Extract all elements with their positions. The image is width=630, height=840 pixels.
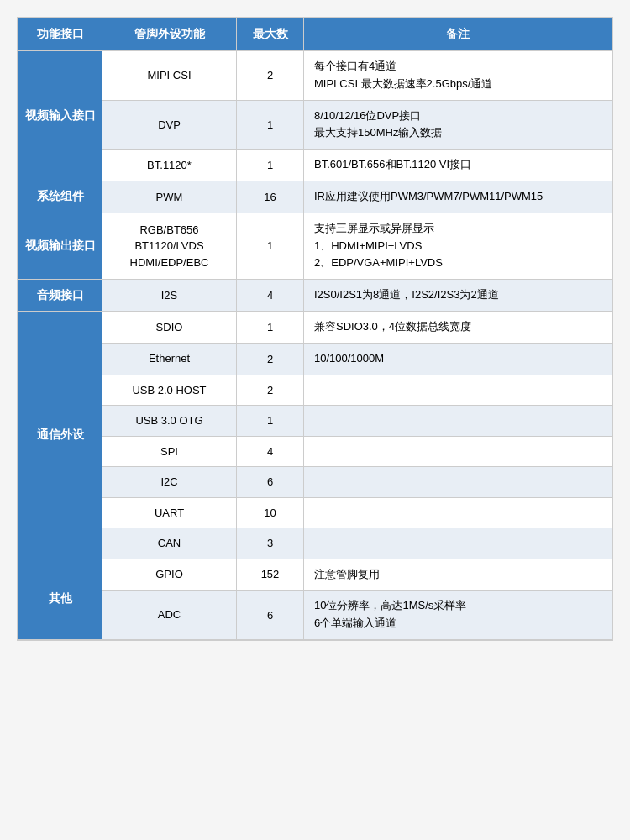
header-note: 备注 xyxy=(304,18,612,51)
table-row: I2C6 xyxy=(18,467,612,498)
category-cell: 通信外设 xyxy=(18,311,102,559)
function-cell: I2S xyxy=(102,280,237,312)
note-cell: BT.601/BT.656和BT.1120 VI接口 xyxy=(304,150,612,181)
max-cell: 1 xyxy=(237,100,304,150)
function-cell: Ethernet xyxy=(102,343,237,375)
note-cell: 每个接口有4通道MIPI CSI 最大数据速率2.5Gbps/通道 xyxy=(304,51,612,101)
table-row: Ethernet210/100/1000M xyxy=(18,343,612,375)
table-row: 通信外设SDIO1兼容SDIO3.0，4位数据总线宽度 xyxy=(18,311,612,343)
function-cell: BT.1120* xyxy=(102,150,237,181)
note-cell: 注意管脚复用 xyxy=(304,559,612,591)
function-cell: UART xyxy=(102,497,237,528)
max-cell: 10 xyxy=(237,497,304,528)
note-cell xyxy=(304,436,612,467)
function-cell: USB 2.0 HOST xyxy=(102,375,237,406)
note-cell xyxy=(304,528,612,559)
category-cell: 其他 xyxy=(18,559,102,639)
header-category: 功能接口 xyxy=(18,18,102,51)
table-row: SPI4 xyxy=(18,436,612,467)
function-cell: SDIO xyxy=(102,311,237,343)
max-cell: 3 xyxy=(237,528,304,559)
note-cell xyxy=(304,375,612,406)
function-cell: SPI xyxy=(102,436,237,467)
max-cell: 6 xyxy=(237,591,304,640)
note-cell: 10位分辨率，高达1MS/s采样率6个单端输入通道 xyxy=(304,591,612,640)
function-cell: PWM xyxy=(102,181,237,213)
function-cell: I2C xyxy=(102,467,237,498)
table-row: 其他GPIO152注意管脚复用 xyxy=(18,559,612,591)
max-cell: 152 xyxy=(237,559,304,591)
note-cell xyxy=(304,406,612,437)
table-row: 视频输出接口RGB/BT656BT1120/LVDSHDMI/EDP/EBC1支… xyxy=(18,213,612,279)
table-row: 视频输入接口MIPI CSI2每个接口有4通道MIPI CSI 最大数据速率2.… xyxy=(18,51,612,101)
note-cell: 支持三屏显示或异屏显示1、HDMI+MIPI+LVDS2、EDP/VGA+MIP… xyxy=(304,213,612,279)
table-row: BT.1120*1BT.601/BT.656和BT.1120 VI接口 xyxy=(18,150,612,181)
category-cell: 视频输出接口 xyxy=(18,213,102,279)
category-cell: 视频输入接口 xyxy=(18,51,102,181)
note-cell: I2S0/I2S1为8通道，I2S2/I2S3为2通道 xyxy=(304,280,612,312)
main-table: 功能接口 管脚外设功能 最大数 备注 视频输入接口MIPI CSI2每个接口有4… xyxy=(17,17,613,641)
max-cell: 4 xyxy=(237,436,304,467)
note-cell: 兼容SDIO3.0，4位数据总线宽度 xyxy=(304,311,612,343)
max-cell: 16 xyxy=(237,181,304,213)
max-cell: 1 xyxy=(237,406,304,437)
function-cell: GPIO xyxy=(102,559,237,591)
function-cell: ADC xyxy=(102,591,237,640)
max-cell: 2 xyxy=(237,51,304,101)
table-row: UART10 xyxy=(18,497,612,528)
max-cell: 6 xyxy=(237,467,304,498)
note-cell: 8/10/12/16位DVP接口最大支持150MHz输入数据 xyxy=(304,100,612,150)
function-cell: MIPI CSI xyxy=(102,51,237,101)
function-cell: CAN xyxy=(102,528,237,559)
table-row: 系统组件PWM16IR应用建议使用PWM3/PWM7/PWM11/PWM15 xyxy=(18,181,612,213)
note-cell: 10/100/1000M xyxy=(304,343,612,375)
table-row: USB 3.0 OTG1 xyxy=(18,406,612,437)
max-cell: 2 xyxy=(237,343,304,375)
max-cell: 2 xyxy=(237,375,304,406)
max-cell: 1 xyxy=(237,213,304,279)
table-row: CAN3 xyxy=(18,528,612,559)
category-cell: 系统组件 xyxy=(18,181,102,213)
function-cell: RGB/BT656BT1120/LVDSHDMI/EDP/EBC xyxy=(102,213,237,279)
note-cell xyxy=(304,467,612,498)
header-max: 最大数 xyxy=(237,18,304,51)
max-cell: 1 xyxy=(237,311,304,343)
note-cell: IR应用建议使用PWM3/PWM7/PWM11/PWM15 xyxy=(304,181,612,213)
note-cell xyxy=(304,497,612,528)
table-row: ADC610位分辨率，高达1MS/s采样率6个单端输入通道 xyxy=(18,591,612,640)
header-function: 管脚外设功能 xyxy=(102,18,237,51)
table-row: 音频接口I2S4I2S0/I2S1为8通道，I2S2/I2S3为2通道 xyxy=(18,280,612,312)
table-header: 功能接口 管脚外设功能 最大数 备注 xyxy=(18,18,612,51)
table-row: DVP18/10/12/16位DVP接口最大支持150MHz输入数据 xyxy=(18,100,612,150)
function-cell: USB 3.0 OTG xyxy=(102,406,237,437)
category-cell: 音频接口 xyxy=(18,280,102,312)
max-cell: 4 xyxy=(237,280,304,312)
table-row: USB 2.0 HOST2 xyxy=(18,375,612,406)
max-cell: 1 xyxy=(237,150,304,181)
function-cell: DVP xyxy=(102,100,237,150)
